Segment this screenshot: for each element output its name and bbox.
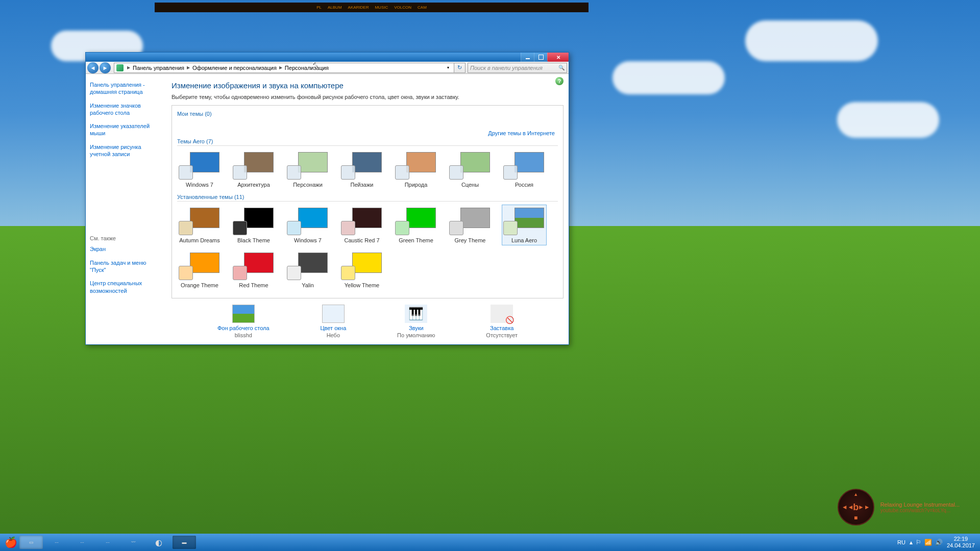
bottom-option[interactable]: 🎹ЗвукиПо умолчанию <box>397 305 435 338</box>
tray-flag-icon[interactable]: ⚐ <box>916 539 921 546</box>
page-title: Изменение изображения и звука на компьют… <box>172 81 564 90</box>
taskbar-app[interactable]: ··· <box>96 536 119 549</box>
tray-volume-icon[interactable]: 🔊 <box>935 539 943 546</box>
theme-card[interactable]: Yalin <box>285 249 330 290</box>
minimize-button[interactable] <box>521 53 534 62</box>
theme-card[interactable]: Red Theme <box>231 249 276 290</box>
bliss-icon <box>232 305 255 323</box>
topbar-item[interactable]: CAM <box>418 5 427 10</box>
theme-card[interactable]: Архитектура <box>231 149 276 190</box>
theme-card[interactable]: Luna Aero <box>502 205 547 245</box>
topbar-item[interactable]: PL <box>316 5 322 10</box>
topbar-item[interactable]: VOLCON <box>394 5 411 10</box>
theme-label: Природа <box>405 182 428 188</box>
theme-label: Orange Theme <box>181 282 218 288</box>
breadcrumb-item[interactable]: Персонализация <box>284 65 330 71</box>
music-track-title: Relaxing Lounge Instrumental... <box>880 502 960 508</box>
theme-card[interactable]: Autumn Dreams <box>177 205 222 245</box>
next-track-icon[interactable]: ►► <box>858 504 870 511</box>
theme-label: Caustic Red 7 <box>344 237 379 243</box>
theme-label: Сцены <box>461 182 479 188</box>
color-icon <box>322 305 345 323</box>
address-bar[interactable]: ▶ Панель управления ▶ Оформление и персо… <box>114 63 454 73</box>
start-button[interactable]: 🍎 <box>3 535 18 550</box>
breadcrumb-item[interactable]: Панель управления <box>132 65 185 71</box>
theme-card[interactable]: Пейзажи <box>339 149 384 190</box>
section-aero: Темы Aero (7) <box>177 138 558 146</box>
theme-label: Yalin <box>302 282 314 288</box>
tray-clock[interactable]: 22:19 24.04.2017 <box>947 536 977 549</box>
sidebar-link-display[interactable]: Экран <box>90 245 158 253</box>
theme-card[interactable]: Orange Theme <box>177 249 222 290</box>
theme-label: Black Theme <box>237 237 270 243</box>
prev-track-icon[interactable]: ◄◄ <box>842 504 854 511</box>
refresh-button[interactable]: ↻ <box>454 63 465 73</box>
music-widget[interactable]: ◄◄ ►► ▲ ■ Relaxing Lounge Instrumental..… <box>838 489 960 525</box>
option-title: Цвет окна <box>320 325 346 331</box>
section-installed: Установленные темы (11) <box>177 194 558 202</box>
taskbar-app-browser[interactable]: ◐ <box>147 536 170 549</box>
themes-scroll-pane[interactable]: Мои темы (0) Другие темы в Интернете Тем… <box>172 105 564 298</box>
taskbar-app-terminal[interactable]: ▬ <box>173 536 196 549</box>
topbar-item[interactable]: AKARIDER <box>348 5 369 10</box>
page-subtitle: Выберите тему, чтобы одновременно измени… <box>172 94 564 100</box>
bottom-option[interactable]: ЗаставкаОтсутствует <box>486 305 518 338</box>
theme-card[interactable]: Caustic Red 7 <box>339 205 384 245</box>
theme-label: Архитектура <box>237 182 270 188</box>
vol-up-icon[interactable]: ▲ <box>853 492 858 497</box>
mouse-cursor-icon: ↖ <box>312 60 318 68</box>
control-panel-icon <box>116 64 124 71</box>
theme-card[interactable]: Black Theme <box>231 205 276 245</box>
taskbar-app[interactable]: ··· <box>45 536 68 549</box>
breadcrumb-item[interactable]: Оформление и персонализация <box>191 65 278 71</box>
bottom-option[interactable]: Цвет окнаНебо <box>320 305 346 338</box>
bottom-option[interactable]: Фон рабочего столаblisshd <box>217 305 270 338</box>
help-icon[interactable]: ? <box>555 77 564 85</box>
forward-button[interactable]: ► <box>100 62 111 73</box>
theme-label: Пейзажи <box>351 182 374 188</box>
tray-network-icon[interactable]: 📶 <box>924 539 932 546</box>
taskbar[interactable]: 🍎 ▭ ··· ··· ··· 〰 ◐ ▬ RU ▴ ⚐ 📶 🔊 22:19 2… <box>0 534 980 551</box>
option-title: Звуки <box>409 325 424 331</box>
titlebar[interactable] <box>86 53 569 62</box>
close-button[interactable] <box>547 53 569 62</box>
taskbar-app[interactable]: 〰 <box>121 536 145 549</box>
sidebar-link-icons[interactable]: Изменение значков рабочего стола <box>90 102 158 117</box>
theme-label: Red Theme <box>239 282 268 288</box>
sidebar-link-taskbar[interactable]: Панель задач и меню "Пуск" <box>90 259 158 274</box>
theme-card[interactable]: Green Theme <box>394 205 438 245</box>
theme-card[interactable]: Yellow Theme <box>339 249 384 290</box>
option-value: blisshd <box>235 332 252 338</box>
tray-lang[interactable]: RU <box>897 539 905 545</box>
taskbar-app[interactable]: ··· <box>70 536 94 549</box>
taskbar-app-explorer[interactable]: ▭ <box>19 536 43 549</box>
back-button[interactable]: ◄ <box>87 62 99 73</box>
main-panel: ? Изменение изображения и звука на компь… <box>162 74 569 344</box>
option-title: Заставка <box>490 325 513 331</box>
theme-card[interactable]: Windows 7 <box>285 205 330 245</box>
online-themes-link[interactable]: Другие темы в Интернете <box>488 130 555 136</box>
theme-card[interactable]: Grey Theme <box>448 205 493 245</box>
topbar-item[interactable]: MUSIC <box>375 5 388 10</box>
music-player-disc[interactable]: ◄◄ ►► ▲ ■ <box>838 489 874 525</box>
maximize-button[interactable] <box>534 53 547 62</box>
theme-card[interactable]: Природа <box>394 149 438 190</box>
theme-label: Autumn Dreams <box>179 237 219 243</box>
sidebar-link-home[interactable]: Панель управления - домашняя страница <box>90 81 158 96</box>
theme-card[interactable]: Сцены <box>448 149 493 190</box>
saver-icon <box>491 305 513 323</box>
sidebar-link-ease[interactable]: Центр специальных возможностей <box>90 280 158 294</box>
sidebar-link-pointers[interactable]: Изменение указателей мыши <box>90 122 158 137</box>
search-input[interactable]: Поиск в панели управления <box>468 63 567 73</box>
sidebar: Панель управления - домашняя страница Из… <box>86 74 162 344</box>
theme-card[interactable]: Windows 7 <box>177 149 222 190</box>
option-value: Небо <box>327 332 340 338</box>
system-tray: RU ▴ ⚐ 📶 🔊 22:19 24.04.2017 <box>897 536 977 549</box>
stop-icon[interactable]: ■ <box>854 514 857 521</box>
tray-show-hidden-icon[interactable]: ▴ <box>910 539 913 546</box>
theme-card[interactable]: Россия <box>502 149 547 190</box>
theme-card[interactable]: Персонажи <box>285 149 330 190</box>
topbar-item[interactable]: ALBUM <box>328 5 342 10</box>
option-value: По умолчанию <box>397 332 435 338</box>
sidebar-link-account[interactable]: Изменение рисунка учетной записи <box>90 143 158 158</box>
